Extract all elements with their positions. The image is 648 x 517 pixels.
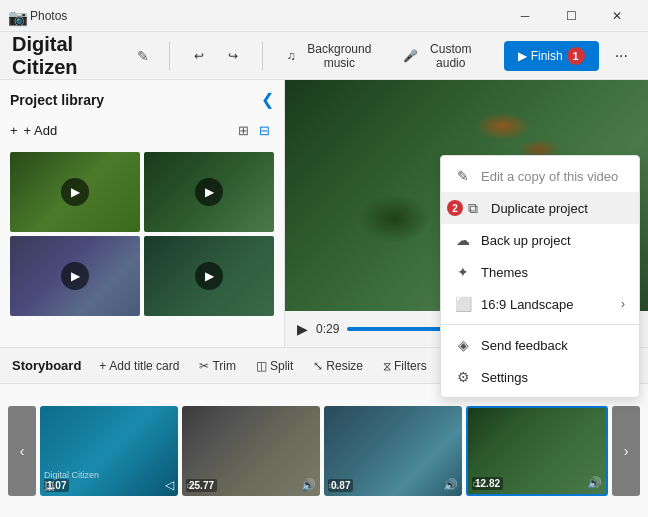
music-note-icon: ♫ [287,49,296,63]
trim-icon: ✂ [199,359,209,373]
panel-title: Project library [10,92,104,108]
dropdown-menu: ✎ Edit a copy of this video 2 ⧉ Duplicat… [440,155,640,398]
clip-audio-icon: 🔊 [443,478,458,492]
clip-duration: 0.87 [328,479,353,492]
main-content: Project library ❮ + + Add ⊞ ⊟ ▶ ▶ ▶ [0,80,648,347]
finish-arrow-icon: ▶ [518,49,527,63]
chevron-right-icon: › [621,297,625,311]
resize-icon: ⤡ [313,359,323,373]
duplicate-icon: ⧉ [465,200,481,216]
menu-item-settings[interactable]: ⚙ Settings [441,361,639,393]
filters-button[interactable]: ⧖ Filters [377,356,433,376]
menu-item-duplicate[interactable]: 2 ⧉ Duplicate project [441,192,639,224]
menu-item-landscape[interactable]: ⬜ 16:9 Landscape › [441,288,639,320]
minimize-button[interactable]: ─ [502,0,548,32]
background-music-button[interactable]: ♫ Background music [279,38,387,74]
app-toolbar: Digital Citizen ✎ ↩ ↪ ♫ Background music… [0,32,648,80]
add-btn-row: + + Add ⊞ ⊟ [10,119,274,142]
toolbar-divider1 [169,42,170,70]
video-preview-panel: ▶ 0:29 0:42 ⤢ ✎ Edit a copy of this vide… [285,80,648,347]
settings-icon: ⚙ [455,369,471,385]
finish-button[interactable]: ▶ Finish 1 [504,41,599,71]
audio-icon: 🎤 [403,49,418,63]
menu-item-feedback[interactable]: ◈ Send feedback [441,329,639,361]
storyboard-title: Storyboard [12,358,81,373]
maximize-button[interactable]: ☐ [548,0,594,32]
clip-audio-icon: 🔊 [587,476,602,490]
feedback-icon: ◈ [455,337,471,353]
undo-button[interactable]: ↩ [186,45,212,67]
media-item[interactable]: ▶ [10,152,140,232]
list-view-button[interactable]: ⊟ [255,119,274,142]
backup-icon: ☁ [455,232,471,248]
play-button[interactable]: ▶ [297,321,308,337]
grid-view-button[interactable]: ⊞ [234,119,253,142]
clip-duration: 25.77 [186,479,217,492]
edit-copy-icon: ✎ [455,168,471,184]
window-controls: ─ ☐ ✕ [502,0,640,32]
app-title: Digital Citizen [12,33,121,79]
media-item[interactable]: ▶ [144,236,274,316]
edit-title-button[interactable]: ✎ [133,44,153,68]
themes-icon: ✦ [455,264,471,280]
storyboard-clips: ‹ Digital Citizen 🖼 1.07 ◁ ▭ 25.77 🔊 ▭ 0… [0,384,648,517]
add-title-card-button[interactable]: + Add title card [93,356,185,376]
clip-audio-icon: 🔊 [301,478,316,492]
close-button[interactable]: ✕ [594,0,640,32]
storyboard-clip[interactable]: ▭ 12.82 🔊 [466,406,608,496]
badge-1: 1 [567,47,585,65]
panel-header: Project library ❮ [10,90,274,109]
redo-button[interactable]: ↪ [220,45,246,67]
menu-separator [441,324,639,325]
play-overlay-icon: ▶ [61,178,89,206]
media-item[interactable]: ▶ [144,152,274,232]
clip-type-icon: ◁ [165,478,174,492]
clip-duration: 1.07 [44,479,69,492]
plus-icon: + [99,359,106,373]
landscape-icon: ⬜ [455,296,471,312]
storyboard-clip[interactable]: ▭ 0.87 🔊 [324,406,462,496]
menu-item-edit-copy[interactable]: ✎ Edit a copy of this video [441,160,639,192]
split-icon: ◫ [256,359,267,373]
storyboard-clip[interactable]: Digital Citizen 🖼 1.07 ◁ [40,406,178,496]
filters-icon: ⧖ [383,359,391,373]
resize-button[interactable]: ⤡ Resize [307,356,369,376]
storyboard-clip[interactable]: ▭ 25.77 🔊 [182,406,320,496]
next-clip-button[interactable]: › [612,406,640,496]
play-overlay-icon: ▶ [61,262,89,290]
view-toggle: ⊞ ⊟ [234,119,274,142]
media-grid: ▶ ▶ ▶ ▶ [10,152,274,316]
menu-item-themes[interactable]: ✦ Themes [441,256,639,288]
plus-icon: + [10,123,18,138]
project-library-panel: Project library ❮ + + Add ⊞ ⊟ ▶ ▶ ▶ [0,80,285,347]
trim-button[interactable]: ✂ Trim [193,356,242,376]
custom-audio-button[interactable]: 🎤 Custom audio [395,38,488,74]
add-media-button[interactable]: + + Add [10,123,57,138]
clip-duration: 12.82 [472,477,503,490]
current-time: 0:29 [316,322,339,336]
split-button[interactable]: ◫ Split [250,356,299,376]
app-icon: 📷 [8,8,24,24]
badge-2: 2 [447,200,463,216]
more-options-button[interactable]: ··· [607,43,636,69]
menu-item-backup[interactable]: ☁ Back up project [441,224,639,256]
title-bar: 📷 Photos ─ ☐ ✕ [0,0,648,32]
play-overlay-icon: ▶ [195,178,223,206]
media-item[interactable]: ▶ [10,236,140,316]
prev-clip-button[interactable]: ‹ [8,406,36,496]
collapse-panel-button[interactable]: ❮ [261,90,274,109]
toolbar-divider2 [262,42,263,70]
window-title: Photos [30,9,502,23]
play-overlay-icon: ▶ [195,262,223,290]
